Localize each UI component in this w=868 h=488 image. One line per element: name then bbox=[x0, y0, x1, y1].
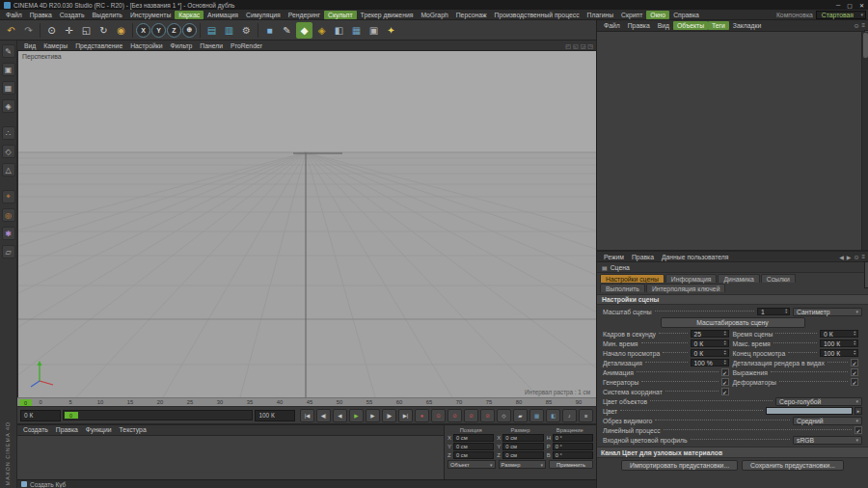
menu-item-8[interactable]: Симуляция bbox=[242, 11, 285, 19]
make-editable-icon[interactable]: ✎ bbox=[2, 44, 15, 58]
scale-project-button[interactable]: Масштабировать сцену bbox=[661, 317, 805, 328]
preview-start-field[interactable]: 0 К▲▼ bbox=[691, 349, 729, 357]
deformers-checkbox[interactable]: ✓ bbox=[851, 378, 858, 386]
viewport-menu-4[interactable]: Настройки bbox=[126, 41, 166, 50]
scrollbar[interactable] bbox=[861, 32, 868, 250]
coord-field[interactable]: 0 см bbox=[453, 434, 494, 442]
material-menu-4[interactable]: Текстура bbox=[116, 425, 150, 435]
coord-system-checkbox[interactable]: ✓ bbox=[721, 388, 729, 395]
edges-mode-icon[interactable]: ◇ bbox=[2, 145, 15, 158]
spin-down-icon[interactable]: ▼ bbox=[854, 353, 856, 356]
spinner-icon[interactable]: ▲▼ bbox=[854, 340, 856, 346]
viewport-menu-6[interactable]: Панели bbox=[196, 41, 227, 50]
filter-icon[interactable]: ≡ bbox=[861, 22, 865, 29]
material-menu-1[interactable]: Создать bbox=[19, 425, 52, 435]
menu-item-14[interactable]: Производственный процесс bbox=[491, 11, 583, 19]
render-view-icon[interactable]: ▤ bbox=[203, 22, 220, 39]
viewport-menu-5[interactable]: Фильтр bbox=[167, 41, 197, 50]
add-generator-icon[interactable]: ◆ bbox=[296, 22, 312, 39]
material-menu-3[interactable]: Функции bbox=[82, 425, 116, 435]
color-swatch[interactable] bbox=[766, 407, 853, 415]
playback-options-button[interactable]: ▦ bbox=[529, 409, 544, 422]
coord-field[interactable]: 0 см bbox=[502, 443, 543, 450]
menu-item-9[interactable]: Рендеринг bbox=[285, 11, 324, 19]
spinner-icon[interactable]: ▲▼ bbox=[723, 360, 726, 366]
render-lod-checkbox[interactable]: ✓ bbox=[851, 359, 858, 366]
undo-icon[interactable]: ↶ bbox=[3, 22, 19, 39]
redo-icon[interactable]: ↷ bbox=[20, 22, 37, 39]
layout-dropdown[interactable]: Стартовая ▾ bbox=[816, 11, 866, 19]
expressions-checkbox[interactable]: ✓ bbox=[851, 368, 858, 376]
menu-item-16[interactable]: Скрипт bbox=[617, 11, 646, 19]
z-axis-lock-button[interactable]: Z bbox=[167, 23, 181, 38]
material-manager-body[interactable] bbox=[17, 436, 444, 479]
object-manager-menu-1[interactable]: Файл bbox=[600, 21, 624, 30]
material-menu-2[interactable]: Правка bbox=[52, 425, 82, 435]
menu-item-2[interactable]: Правка bbox=[26, 11, 56, 19]
search-icon[interactable]: ⊙ bbox=[854, 22, 858, 29]
scrollbar-thumb[interactable] bbox=[863, 33, 868, 58]
menu-item-1[interactable]: Файл bbox=[2, 11, 26, 19]
prev-frame-button[interactable]: ◀ bbox=[333, 409, 347, 422]
spin-down-icon[interactable]: ▼ bbox=[723, 363, 726, 366]
object-manager-menu-3[interactable]: Вид bbox=[654, 21, 673, 30]
tab-4[interactable]: Ссылки bbox=[761, 274, 796, 283]
object-manager-menu-5[interactable]: Теги bbox=[708, 21, 729, 30]
pan-view-icon[interactable]: ◰ bbox=[565, 42, 571, 49]
spinner-icon[interactable]: ▲▼ bbox=[785, 309, 788, 314]
coord-field[interactable]: 0 ° bbox=[553, 434, 593, 442]
history-forward-icon[interactable]: ▶ bbox=[847, 254, 852, 260]
object-manager-menu-6[interactable]: Закладки bbox=[729, 21, 765, 30]
menu-item-4[interactable]: Выделить bbox=[89, 11, 126, 19]
viewport-menu-3[interactable]: Представление bbox=[71, 41, 126, 50]
add-primitive-icon[interactable]: ■ bbox=[261, 22, 278, 39]
menu-item-17[interactable]: Окно bbox=[646, 11, 669, 19]
axis-workplane-icon[interactable]: ◎ bbox=[2, 208, 15, 222]
spin-down-icon[interactable]: ▼ bbox=[854, 343, 856, 346]
coord-field[interactable]: 0 см bbox=[453, 443, 494, 450]
spinner-icon[interactable]: ▲▼ bbox=[723, 331, 726, 337]
last-tool-icon[interactable]: ◉ bbox=[113, 22, 129, 39]
camera-icon[interactable]: ▣ bbox=[366, 22, 382, 39]
animation-checkbox[interactable]: ✓ bbox=[721, 368, 729, 376]
tab-3[interactable]: Динамика bbox=[718, 274, 759, 283]
object-manager-body[interactable] bbox=[597, 32, 868, 250]
record-rotation-button[interactable]: ⊘ bbox=[480, 409, 495, 422]
coord-field[interactable]: 0 см bbox=[502, 434, 543, 442]
spinner-icon[interactable]: ▲▼ bbox=[723, 350, 726, 356]
next-key-button[interactable]: |▶ bbox=[382, 409, 396, 422]
coord-field[interactable]: 0 ° bbox=[553, 451, 593, 459]
viewport-menu-7[interactable]: ProRender bbox=[227, 41, 266, 50]
rotate-icon[interactable]: ↻ bbox=[95, 22, 112, 39]
menu-item-6[interactable]: Каркас bbox=[175, 11, 203, 19]
scene-time-field[interactable]: 0 К▲▼ bbox=[820, 330, 858, 338]
attribute-menu-1[interactable]: Режим bbox=[600, 253, 628, 261]
viewport-menu-2[interactable]: Камеры bbox=[40, 41, 71, 50]
menu-item-7[interactable]: Анимация bbox=[203, 11, 242, 19]
min-time-field[interactable]: 0 К▲▼ bbox=[691, 339, 729, 347]
timeline-current-frame-marker[interactable]: 0 bbox=[19, 399, 32, 406]
zoom-view-icon[interactable]: ◱ bbox=[573, 42, 579, 49]
record-parameter-button[interactable]: ◇ bbox=[497, 409, 511, 422]
rotate-view-icon[interactable]: ◲ bbox=[581, 42, 586, 49]
object-manager-menu-4[interactable]: Объекты bbox=[673, 21, 708, 30]
max-time-field[interactable]: 100 К▲▼ bbox=[820, 339, 858, 347]
lock-icon[interactable]: ⊙ bbox=[854, 254, 858, 260]
enable-axis-icon[interactable]: ⌖ bbox=[2, 190, 15, 203]
preview-end-field[interactable]: 100 К▲▼ bbox=[820, 349, 858, 357]
record-position-button[interactable]: ⊘ bbox=[448, 409, 462, 422]
generators-checkbox[interactable]: ✓ bbox=[721, 378, 729, 386]
menu-item-5[interactable]: Инструменты bbox=[126, 11, 175, 19]
polygons-mode-icon[interactable]: △ bbox=[2, 163, 15, 176]
tab-1[interactable]: Настройки сцены bbox=[600, 274, 665, 283]
timeline-end-field[interactable]: 100 К bbox=[255, 410, 295, 421]
options-icon[interactable]: ≡ bbox=[861, 254, 865, 260]
goto-end-button[interactable]: ▶| bbox=[398, 409, 413, 422]
menu-item-12[interactable]: MoGraph bbox=[417, 11, 451, 19]
record-pla-button[interactable]: ▰ bbox=[513, 409, 528, 422]
live-selection-icon[interactable]: ⊙ bbox=[43, 22, 60, 39]
goto-start-button[interactable]: |◀ bbox=[300, 409, 314, 422]
scale-icon[interactable]: ◱ bbox=[78, 22, 95, 39]
spin-down-icon[interactable]: ▼ bbox=[723, 353, 726, 356]
record-button[interactable]: ● bbox=[415, 409, 429, 422]
